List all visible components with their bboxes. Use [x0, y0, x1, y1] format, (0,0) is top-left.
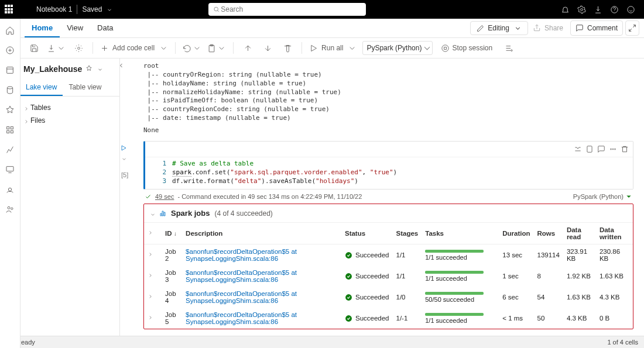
rail-create-icon[interactable]: [3, 43, 17, 57]
move-up-button[interactable]: [238, 41, 257, 55]
rail-data-icon[interactable]: [3, 83, 17, 97]
search-bar[interactable]: [208, 3, 366, 16]
chevron-right-icon[interactable]: [148, 273, 152, 277]
app-launcher-icon[interactable]: [5, 5, 14, 14]
cell-more-icon[interactable]: [607, 143, 619, 155]
rail-home-icon[interactable]: [3, 23, 17, 37]
job-desc[interactable]: $anonfun$recordDeltaOperation$5 at Synap…: [182, 266, 341, 287]
svg-rect-1: [7, 67, 13, 74]
notebook-toolbar: Add code cell Run all PySpark (Python) S…: [0, 38, 644, 58]
session-options-button[interactable]: [499, 41, 518, 55]
rail-apps-icon[interactable]: [3, 123, 17, 137]
settings-button[interactable]: [69, 41, 88, 55]
rail-monitor-icon[interactable]: [3, 163, 17, 177]
svg-point-25: [345, 252, 352, 259]
col-tasks[interactable]: Tasks: [422, 223, 499, 244]
feedback-icon[interactable]: [623, 1, 639, 18]
job-desc[interactable]: $anonfun$recordDeltaOperation$5 at Synap…: [182, 244, 341, 266]
chevron-right-icon[interactable]: [148, 251, 152, 256]
rail-metrics-icon[interactable]: [3, 143, 17, 157]
code-editor[interactable]: # Save as delta table spark.conf.set("sp…: [172, 160, 633, 186]
spark-jobs-title: Spark jobs: [171, 209, 210, 218]
tab-table-view[interactable]: Table view: [63, 80, 107, 96]
search-input[interactable]: [220, 5, 361, 14]
save-button[interactable]: [25, 41, 43, 55]
chevron-right-icon[interactable]: [148, 315, 152, 319]
tab-view[interactable]: View: [60, 19, 90, 37]
move-down-button[interactable]: [258, 41, 277, 55]
svg-point-26: [345, 273, 352, 280]
col-stages[interactable]: Stages: [393, 223, 422, 244]
rail-item-icon[interactable]: [3, 103, 17, 117]
chevron-down-icon[interactable]: [150, 211, 155, 216]
add-code-cell-button[interactable]: Add code cell: [98, 41, 170, 55]
svg-point-8: [8, 188, 11, 191]
svg-point-9: [8, 206, 10, 209]
job-desc[interactable]: $anonfun$recordDeltaOperation$5 at Synap…: [182, 308, 341, 329]
job-read: 323.91 KB: [563, 244, 596, 266]
run-cell-icon[interactable]: [120, 144, 127, 153]
job-desc[interactable]: $anonfun$recordDeltaOperation$5 at Synap…: [182, 287, 341, 308]
clipboard-button[interactable]: [205, 41, 228, 55]
schema-output: root |-- countryOrRegion: string (nullab…: [143, 62, 633, 123]
tab-lake-view[interactable]: Lake view: [20, 80, 63, 96]
col-write[interactable]: Data written: [596, 223, 633, 244]
stop-session-button[interactable]: Stop session: [439, 41, 495, 55]
cell-lang[interactable]: PySpark (Python): [573, 193, 632, 200]
tree-node-tables[interactable]: Tables: [22, 101, 117, 114]
job-read: 1.63 KB: [563, 287, 596, 308]
share-button[interactable]: Share: [528, 21, 568, 35]
delete-button[interactable]: [278, 41, 297, 55]
col-desc[interactable]: Description: [182, 223, 341, 244]
chevron-down-icon[interactable]: [121, 156, 126, 160]
job-row[interactable]: Job 5$anonfun$recordDeltaOperation$5 at …: [144, 308, 633, 329]
job-row[interactable]: Job 3$anonfun$recordDeltaOperation$5 at …: [144, 266, 633, 287]
col-rows[interactable]: Rows: [534, 223, 563, 244]
rail-workspace-icon[interactable]: [3, 182, 17, 197]
col-id[interactable]: ID ↓: [162, 223, 182, 244]
job-stages: 1/1: [393, 266, 422, 287]
notifications-icon[interactable]: [557, 1, 574, 18]
col-status[interactable]: Status: [341, 223, 393, 244]
language-picker[interactable]: PySpark (Python): [362, 41, 433, 55]
notebook-name[interactable]: Notebook 1: [36, 5, 72, 13]
svg-point-2: [7, 87, 12, 89]
cell-tablet-icon[interactable]: [584, 143, 595, 155]
chevron-right-icon: [23, 118, 28, 123]
export-button[interactable]: [44, 41, 68, 55]
job-duration: < 1 ms: [499, 308, 533, 329]
cell-delete-icon[interactable]: [619, 143, 631, 155]
cell-markdown-icon[interactable]: [572, 143, 584, 155]
download-icon[interactable]: [590, 1, 607, 18]
job-rows: 8: [534, 266, 563, 287]
rail-users-icon[interactable]: [3, 202, 17, 216]
undo-button[interactable]: [180, 41, 204, 55]
editing-mode-button[interactable]: Editing: [470, 21, 528, 35]
job-duration: 13 sec: [499, 244, 533, 266]
chevron-right-icon[interactable]: [148, 294, 152, 298]
save-status[interactable]: Saved: [82, 5, 112, 13]
lakehouse-title: My_Lakehouse: [23, 64, 82, 74]
chevron-down-icon[interactable]: [97, 65, 103, 73]
job-row[interactable]: Job 2$anonfun$recordDeltaOperation$5 at …: [144, 244, 633, 266]
col-duration[interactable]: Duration: [499, 223, 533, 244]
gear-icon[interactable]: [574, 1, 590, 18]
chevron-down-icon: [57, 43, 66, 52]
help-icon[interactable]: [607, 1, 623, 18]
cell-comment-icon[interactable]: [595, 143, 607, 155]
share-icon: [533, 24, 541, 32]
job-row[interactable]: Job 4$anonfun$recordDeltaOperation$5 at …: [144, 287, 633, 308]
tree-node-files[interactable]: Files: [22, 114, 117, 127]
tab-data[interactable]: Data: [90, 19, 120, 37]
tab-home[interactable]: Home: [25, 19, 60, 37]
pin-icon[interactable]: [85, 65, 93, 74]
job-write: 0 B: [596, 308, 633, 329]
col-read[interactable]: Data read: [563, 223, 596, 244]
comment-button[interactable]: Comment: [570, 20, 623, 36]
chevron-right-icon[interactable]: [148, 230, 152, 235]
run-all-button[interactable]: Run all: [307, 41, 359, 55]
rail-browse-icon[interactable]: [3, 63, 17, 77]
job-status: Succeeded: [345, 251, 389, 259]
expand-button[interactable]: [625, 20, 639, 36]
stop-icon: [441, 44, 450, 53]
